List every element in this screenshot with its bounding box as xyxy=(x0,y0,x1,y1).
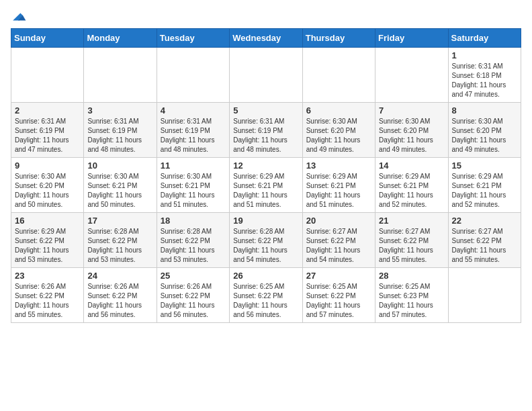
day-number: 18 xyxy=(161,216,226,226)
calendar-day-header: Thursday xyxy=(302,29,375,48)
cell-details: Sunrise: 6:26 AM Sunset: 6:22 PM Dayligh… xyxy=(15,282,80,320)
calendar-cell: 1Sunrise: 6:31 AM Sunset: 6:18 PM Daylig… xyxy=(448,48,521,103)
cell-details: Sunrise: 6:30 AM Sunset: 6:20 PM Dayligh… xyxy=(452,117,517,154)
cell-details: Sunrise: 6:27 AM Sunset: 6:22 PM Dayligh… xyxy=(306,227,371,265)
day-number: 27 xyxy=(306,271,371,281)
day-number: 12 xyxy=(233,161,298,171)
cell-details: Sunrise: 6:30 AM Sunset: 6:20 PM Dayligh… xyxy=(379,117,444,154)
cell-details: Sunrise: 6:29 AM Sunset: 6:22 PM Dayligh… xyxy=(15,227,80,265)
cell-details: Sunrise: 6:31 AM Sunset: 6:19 PM Dayligh… xyxy=(15,117,80,154)
calendar-cell: 13Sunrise: 6:29 AM Sunset: 6:21 PM Dayli… xyxy=(302,158,375,213)
cell-details: Sunrise: 6:30 AM Sunset: 6:20 PM Dayligh… xyxy=(15,172,80,210)
calendar-cell: 27Sunrise: 6:25 AM Sunset: 6:22 PM Dayli… xyxy=(302,268,375,323)
cell-details: Sunrise: 6:28 AM Sunset: 6:22 PM Dayligh… xyxy=(233,227,298,265)
calendar-cell: 28Sunrise: 6:25 AM Sunset: 6:23 PM Dayli… xyxy=(375,268,448,323)
cell-details: Sunrise: 6:28 AM Sunset: 6:22 PM Dayligh… xyxy=(87,227,152,265)
cell-details: Sunrise: 6:25 AM Sunset: 6:22 PM Dayligh… xyxy=(233,282,298,320)
calendar-cell: 24Sunrise: 6:26 AM Sunset: 6:22 PM Dayli… xyxy=(84,268,157,323)
day-number: 19 xyxy=(233,216,298,226)
calendar-cell: 7Sunrise: 6:30 AM Sunset: 6:20 PM Daylig… xyxy=(375,103,448,158)
day-number: 23 xyxy=(15,271,80,281)
cell-details: Sunrise: 6:30 AM Sunset: 6:20 PM Dayligh… xyxy=(306,117,371,154)
day-number: 15 xyxy=(452,161,517,171)
page-header xyxy=(11,11,521,23)
day-number: 8 xyxy=(452,105,517,116)
cell-details: Sunrise: 6:26 AM Sunset: 6:22 PM Dayligh… xyxy=(87,282,152,320)
day-number: 6 xyxy=(306,105,371,116)
cell-details: Sunrise: 6:31 AM Sunset: 6:19 PM Dayligh… xyxy=(87,117,152,154)
day-number: 2 xyxy=(15,105,80,116)
day-number: 16 xyxy=(15,216,80,226)
cell-details: Sunrise: 6:29 AM Sunset: 6:21 PM Dayligh… xyxy=(379,172,444,210)
calendar-day-header: Monday xyxy=(84,29,157,48)
cell-details: Sunrise: 6:30 AM Sunset: 6:21 PM Dayligh… xyxy=(161,172,226,210)
calendar-cell xyxy=(302,48,375,103)
cell-details: Sunrise: 6:25 AM Sunset: 6:22 PM Dayligh… xyxy=(306,282,371,320)
cell-details: Sunrise: 6:28 AM Sunset: 6:22 PM Dayligh… xyxy=(161,227,226,265)
day-number: 25 xyxy=(161,271,226,281)
calendar-cell: 12Sunrise: 6:29 AM Sunset: 6:21 PM Dayli… xyxy=(230,158,302,213)
cell-details: Sunrise: 6:31 AM Sunset: 6:19 PM Dayligh… xyxy=(161,117,226,154)
cell-details: Sunrise: 6:29 AM Sunset: 6:21 PM Dayligh… xyxy=(233,172,298,210)
calendar-day-header: Wednesday xyxy=(230,29,302,48)
calendar-cell: 10Sunrise: 6:30 AM Sunset: 6:21 PM Dayli… xyxy=(84,158,157,213)
day-number: 3 xyxy=(87,105,152,116)
day-number: 7 xyxy=(379,105,444,116)
calendar-cell: 6Sunrise: 6:30 AM Sunset: 6:20 PM Daylig… xyxy=(302,103,375,158)
day-number: 20 xyxy=(306,216,371,226)
cell-details: Sunrise: 6:29 AM Sunset: 6:21 PM Dayligh… xyxy=(306,172,371,210)
calendar-cell: 11Sunrise: 6:30 AM Sunset: 6:21 PM Dayli… xyxy=(157,158,229,213)
day-number: 14 xyxy=(379,161,444,171)
day-number: 22 xyxy=(452,216,517,226)
cell-details: Sunrise: 6:27 AM Sunset: 6:22 PM Dayligh… xyxy=(452,227,517,265)
day-number: 4 xyxy=(161,105,226,116)
calendar-cell: 26Sunrise: 6:25 AM Sunset: 6:22 PM Dayli… xyxy=(230,268,302,323)
calendar-week-row: 9Sunrise: 6:30 AM Sunset: 6:20 PM Daylig… xyxy=(11,158,521,213)
day-number: 5 xyxy=(233,105,298,116)
calendar-cell: 2Sunrise: 6:31 AM Sunset: 6:19 PM Daylig… xyxy=(11,103,84,158)
calendar-cell: 23Sunrise: 6:26 AM Sunset: 6:22 PM Dayli… xyxy=(11,268,84,323)
calendar-cell xyxy=(11,48,84,103)
calendar-cell: 9Sunrise: 6:30 AM Sunset: 6:20 PM Daylig… xyxy=(11,158,84,213)
calendar-cell: 17Sunrise: 6:28 AM Sunset: 6:22 PM Dayli… xyxy=(84,213,157,268)
day-number: 28 xyxy=(379,271,444,281)
logo-icon xyxy=(11,11,27,23)
day-number: 13 xyxy=(306,161,371,171)
calendar-cell: 20Sunrise: 6:27 AM Sunset: 6:22 PM Dayli… xyxy=(302,213,375,268)
calendar-cell: 15Sunrise: 6:29 AM Sunset: 6:21 PM Dayli… xyxy=(448,158,521,213)
cell-details: Sunrise: 6:31 AM Sunset: 6:18 PM Dayligh… xyxy=(452,62,517,99)
calendar-week-row: 2Sunrise: 6:31 AM Sunset: 6:19 PM Daylig… xyxy=(11,103,521,158)
calendar-cell: 3Sunrise: 6:31 AM Sunset: 6:19 PM Daylig… xyxy=(84,103,157,158)
day-number: 1 xyxy=(452,50,517,60)
calendar-cell xyxy=(157,48,229,103)
calendar-cell xyxy=(84,48,157,103)
calendar-cell: 4Sunrise: 6:31 AM Sunset: 6:19 PM Daylig… xyxy=(157,103,229,158)
cell-details: Sunrise: 6:29 AM Sunset: 6:21 PM Dayligh… xyxy=(452,172,517,210)
day-number: 26 xyxy=(233,271,298,281)
calendar-cell: 18Sunrise: 6:28 AM Sunset: 6:22 PM Dayli… xyxy=(157,213,229,268)
cell-details: Sunrise: 6:30 AM Sunset: 6:21 PM Dayligh… xyxy=(87,172,152,210)
cell-details: Sunrise: 6:31 AM Sunset: 6:19 PM Dayligh… xyxy=(233,117,298,154)
calendar-table: SundayMondayTuesdayWednesdayThursdayFrid… xyxy=(11,28,521,323)
calendar-cell: 21Sunrise: 6:27 AM Sunset: 6:22 PM Dayli… xyxy=(375,213,448,268)
calendar-day-header: Sunday xyxy=(11,29,84,48)
day-number: 17 xyxy=(87,216,152,226)
day-number: 10 xyxy=(87,161,152,171)
calendar-header-row: SundayMondayTuesdayWednesdayThursdayFrid… xyxy=(11,29,521,48)
calendar-cell: 25Sunrise: 6:26 AM Sunset: 6:22 PM Dayli… xyxy=(157,268,229,323)
calendar-week-row: 23Sunrise: 6:26 AM Sunset: 6:22 PM Dayli… xyxy=(11,268,521,323)
calendar-cell: 16Sunrise: 6:29 AM Sunset: 6:22 PM Dayli… xyxy=(11,213,84,268)
calendar-day-header: Tuesday xyxy=(157,29,229,48)
calendar-cell xyxy=(230,48,302,103)
logo xyxy=(11,11,30,23)
calendar-day-header: Friday xyxy=(375,29,448,48)
day-number: 11 xyxy=(161,161,226,171)
calendar-cell: 8Sunrise: 6:30 AM Sunset: 6:20 PM Daylig… xyxy=(448,103,521,158)
day-number: 21 xyxy=(379,216,444,226)
calendar-cell: 14Sunrise: 6:29 AM Sunset: 6:21 PM Dayli… xyxy=(375,158,448,213)
calendar-cell xyxy=(448,268,521,323)
calendar-cell: 22Sunrise: 6:27 AM Sunset: 6:22 PM Dayli… xyxy=(448,213,521,268)
day-number: 24 xyxy=(87,271,152,281)
calendar-cell: 19Sunrise: 6:28 AM Sunset: 6:22 PM Dayli… xyxy=(230,213,302,268)
day-number: 9 xyxy=(15,161,80,171)
